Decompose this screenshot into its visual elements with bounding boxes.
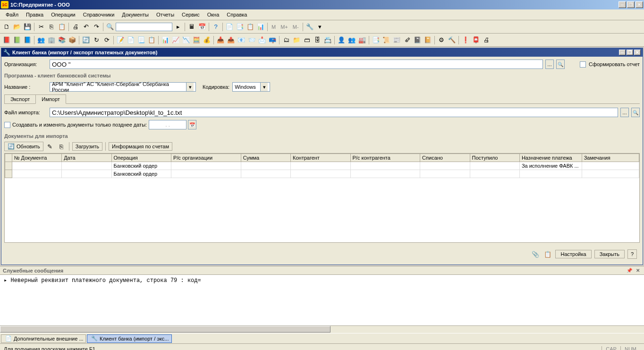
- search-go-icon[interactable]: ▸: [173, 22, 183, 32]
- tb2-icon-19[interactable]: 💰: [202, 35, 212, 45]
- messages-content[interactable]: ▸ Неверный реквизит платежного документа…: [0, 274, 644, 325]
- col-remarks[interactable]: Замечания: [582, 154, 639, 162]
- tb2-icon-23[interactable]: 📨: [247, 35, 256, 45]
- table-row[interactable]: Банковский ордер: [5, 170, 639, 178]
- tab-import[interactable]: Импорт: [35, 94, 66, 104]
- col-contractor[interactable]: Контрагент: [291, 154, 350, 162]
- org-lookup-button[interactable]: …: [545, 60, 554, 69]
- calendar-button[interactable]: 📅: [188, 120, 196, 129]
- tb2-icon-16[interactable]: 📈: [171, 35, 180, 45]
- tb2-icon-36[interactable]: 📰: [392, 35, 401, 45]
- tb2-icon-3[interactable]: 📘: [23, 35, 32, 45]
- tb2-icon-21[interactable]: 📤: [226, 35, 236, 45]
- col-purpose[interactable]: Назначение платежа: [519, 154, 582, 162]
- help-toolbar-icon[interactable]: ?: [211, 22, 220, 32]
- find-icon[interactable]: 🔍: [105, 22, 115, 32]
- tb2-icon-39[interactable]: 📔: [423, 35, 432, 45]
- tb2-icon-15[interactable]: 📊: [161, 35, 170, 45]
- report-checkbox[interactable]: [580, 61, 586, 68]
- menu-references[interactable]: Справочники: [79, 11, 119, 18]
- memory-m[interactable]: М: [270, 24, 278, 30]
- tb2-icon-1[interactable]: 📕: [2, 35, 11, 45]
- file-lookup-button[interactable]: …: [620, 108, 629, 117]
- open-icon[interactable]: 📂: [12, 22, 22, 32]
- horizontal-scrollbar[interactable]: [0, 325, 644, 333]
- tb2-icon-41[interactable]: 🔨: [447, 35, 457, 45]
- tb2-icon-11[interactable]: 📝: [116, 35, 125, 45]
- tb2-icon-8[interactable]: 🔄: [81, 35, 91, 45]
- menu-operations[interactable]: Операции: [47, 11, 79, 18]
- col-date[interactable]: Дата: [62, 154, 111, 162]
- menu-edit[interactable]: Правка: [22, 11, 47, 18]
- menu-service[interactable]: Сервис: [178, 11, 203, 18]
- new-icon[interactable]: 🗋: [2, 22, 11, 32]
- tb2-icon-38[interactable]: 📓: [413, 35, 422, 45]
- tb2-icon-5[interactable]: 🏢: [47, 35, 56, 45]
- menu-documents[interactable]: Документы: [118, 11, 153, 18]
- menu-help[interactable]: Справка: [223, 11, 251, 18]
- settings-button[interactable]: Настройка: [555, 250, 591, 258]
- close-form-button[interactable]: Закрыть: [594, 250, 625, 258]
- action-icon-2[interactable]: ⎘: [57, 142, 66, 151]
- help-button[interactable]: ?: [627, 249, 637, 259]
- bottom-icon-1[interactable]: 📎: [531, 249, 540, 259]
- tb2-icon-10[interactable]: ⟳: [102, 35, 111, 45]
- tb2-icon-6[interactable]: 📚: [57, 35, 67, 45]
- tb2-icon-31[interactable]: 👤: [337, 35, 346, 45]
- tb2-icon-14[interactable]: 📋: [147, 35, 156, 45]
- tab-export[interactable]: Экспорт: [4, 94, 36, 103]
- org-search-button[interactable]: 🔍: [556, 60, 565, 69]
- sub-restore-button[interactable]: ❐: [627, 50, 633, 55]
- tool-icon-2[interactable]: 📑: [235, 22, 245, 32]
- table-row[interactable]: Банковский ордер За исполнение ФАВК ...: [5, 162, 639, 170]
- org-input[interactable]: [50, 60, 543, 69]
- tb2-icon-40[interactable]: ⚙: [437, 35, 446, 45]
- name-select[interactable]: АРМ "Клиент" АС "Клиент-Сбербанк" Сберба…: [50, 82, 196, 92]
- load-button[interactable]: Загрузить: [72, 142, 102, 151]
- paste-icon[interactable]: 📋: [57, 22, 67, 32]
- col-orgacct[interactable]: Р/с организации: [171, 154, 241, 162]
- tb2-icon-12[interactable]: 📄: [126, 35, 136, 45]
- tb2-icon-34[interactable]: 📑: [371, 35, 381, 45]
- tb2-icon-22[interactable]: 📧: [237, 35, 246, 45]
- taskbar-item-2[interactable]: 🔧Клиент банка (импорт / экс...: [87, 334, 172, 343]
- encoding-select[interactable]: Windows ▾: [232, 82, 270, 92]
- scroll-thumb[interactable]: [0, 326, 330, 333]
- tb2-icon-33[interactable]: 🏭: [357, 35, 367, 45]
- tb2-icon-35[interactable]: 📜: [381, 35, 391, 45]
- tb2-icon-17[interactable]: 📉: [181, 35, 191, 45]
- pin-icon[interactable]: 📌: [626, 267, 633, 274]
- info-button[interactable]: Информация по счетам: [109, 142, 172, 151]
- tb2-icon-2[interactable]: 📗: [12, 35, 22, 45]
- tb2-icon-13[interactable]: 📃: [136, 35, 146, 45]
- taskbar-item-1[interactable]: 📄Дополнительные внешние ...: [1, 334, 86, 343]
- tool-icon-3[interactable]: 📋: [246, 22, 255, 32]
- redo-icon[interactable]: ↷: [92, 22, 101, 32]
- search-input[interactable]: [116, 23, 172, 31]
- tb2-icon-37[interactable]: 🗞: [402, 35, 412, 45]
- memory-mminus[interactable]: М-: [291, 24, 301, 30]
- tb2-icon-42[interactable]: ❗: [461, 35, 470, 45]
- col-docnum[interactable]: № Документа: [12, 154, 61, 162]
- table-container[interactable]: № Документа Дата Операция Р/с организаци…: [4, 153, 640, 243]
- tb2-icon-44[interactable]: 🖨: [482, 35, 491, 45]
- date-input[interactable]: . .: [149, 120, 186, 129]
- tb2-icon-25[interactable]: 📪: [268, 35, 277, 45]
- col-credit[interactable]: Поступило: [470, 154, 519, 162]
- tb2-icon-4[interactable]: 👥: [36, 35, 46, 45]
- undo-icon[interactable]: ↶: [81, 22, 91, 32]
- sub-close-button[interactable]: ✕: [634, 50, 641, 55]
- tb2-icon-32[interactable]: 👥: [347, 35, 356, 45]
- col-operation[interactable]: Операция: [111, 154, 171, 162]
- tool-icon-1[interactable]: 📄: [225, 22, 234, 32]
- print-icon[interactable]: 🖨: [71, 22, 80, 32]
- name-dropdown-icon[interactable]: ▾: [186, 83, 194, 91]
- tb2-icon-27[interactable]: 📁: [292, 35, 301, 45]
- tb2-icon-9[interactable]: ↻: [92, 35, 101, 45]
- calendar-icon[interactable]: 📅: [197, 22, 207, 32]
- menu-file[interactable]: Файл: [2, 11, 22, 18]
- encoding-dropdown-icon[interactable]: ▾: [260, 83, 268, 91]
- minimize-button[interactable]: ─: [619, 1, 626, 8]
- create-checkbox[interactable]: [4, 122, 10, 128]
- maximize-button[interactable]: ❐: [627, 1, 635, 8]
